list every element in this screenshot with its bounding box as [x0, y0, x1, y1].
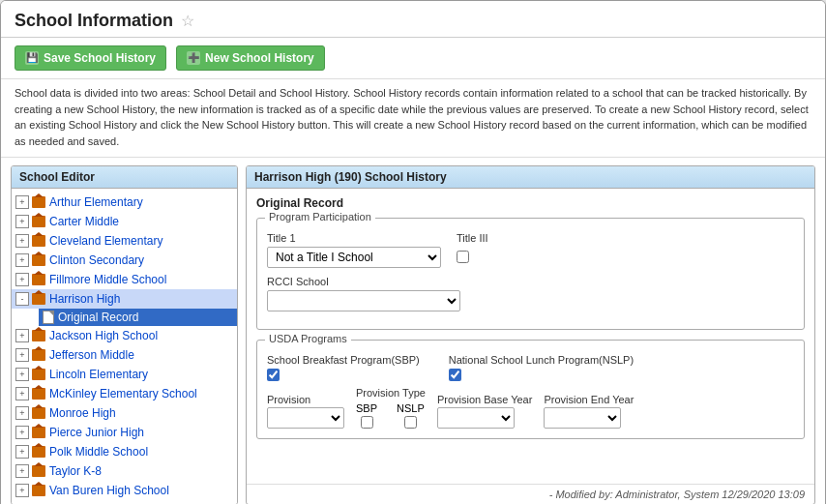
provision-base-year-item: Provision Base Year	[437, 394, 532, 429]
provision-nslp-checkbox[interactable]	[404, 416, 417, 429]
provision-select-item: Provision	[267, 394, 344, 429]
school-building-icon	[31, 347, 46, 363]
save-icon: 💾	[25, 51, 39, 65]
sbp-check-row	[267, 369, 280, 381]
nslp-label: National School Lunch Program(NSLP)	[449, 354, 634, 366]
school-editor-panel: School Editor + Arthur Elementary + Cart…	[11, 165, 238, 504]
tree-item-arthur-elementary[interactable]: + Arthur Elementary	[12, 193, 237, 212]
school-building-icon	[31, 463, 46, 479]
tree-item-harrison-high[interactable]: - Harrison High	[12, 289, 237, 309]
expand-lincoln[interactable]: +	[15, 368, 29, 381]
provision-row: Provision Provision Type SBP	[267, 387, 794, 429]
history-content: Original Record Program Participation Ti…	[247, 189, 814, 484]
save-school-history-button[interactable]: 💾 Save School History	[15, 45, 166, 71]
provision-label: Provision	[267, 394, 344, 405]
tree-item-jefferson-middle[interactable]: + Jefferson Middle	[12, 345, 237, 365]
page-title: School Information	[15, 11, 173, 31]
school-building-icon	[31, 194, 46, 210]
expand-monroe[interactable]: +	[15, 406, 29, 420]
title-row: Title 1 Not a Title I School Title I Sch…	[267, 232, 794, 268]
expand-van-buren[interactable]: +	[15, 484, 29, 497]
usda-programs-legend: USDA Programs	[265, 333, 351, 344]
usda-programs-section: USDA Programs School Breakfast Program(S…	[256, 340, 805, 439]
expand-polk[interactable]: +	[15, 445, 29, 459]
new-button-label: New School History	[205, 51, 314, 65]
title3-checkbox[interactable]	[457, 251, 469, 263]
tree-item-pierce-junior-high[interactable]: + Pierce Junior High	[12, 423, 237, 442]
school-history-panel: Harrison High (190) School History Origi…	[246, 165, 815, 504]
school-building-icon	[31, 233, 46, 249]
school-tree-list: + Arthur Elementary + Carter Middle + Cl…	[12, 189, 237, 504]
tree-item-fillmore-middle[interactable]: + Fillmore Middle School	[12, 270, 237, 289]
school-building-icon	[31, 483, 46, 498]
expand-jackson[interactable]: +	[15, 329, 29, 342]
modified-by-bar: - Modified by: Administrator, System 12/…	[247, 484, 814, 504]
usda-programs-content: School Breakfast Program(SBP) National S…	[257, 341, 804, 438]
expand-pierce[interactable]: +	[15, 426, 29, 439]
rcci-select[interactable]	[267, 290, 460, 311]
favorite-star-icon[interactable]: ☆	[181, 12, 194, 30]
new-icon: ➕	[187, 51, 200, 65]
provision-select[interactable]	[267, 407, 344, 429]
school-editor-header: School Editor	[12, 166, 237, 189]
school-building-icon	[31, 214, 46, 229]
provision-type-checks: SBP NSLP	[356, 402, 426, 429]
nslp-check-row	[449, 369, 461, 381]
nslp-checkbox[interactable]	[449, 369, 461, 381]
tree-item-clinton-secondary[interactable]: + Clinton Secondary	[12, 251, 237, 270]
usda-checkboxes-row: School Breakfast Program(SBP) National S…	[267, 354, 794, 381]
provision-nslp-label: NSLP	[397, 402, 425, 414]
expand-carter[interactable]: +	[15, 215, 29, 228]
tree-item-taylor-k8[interactable]: + Taylor K-8	[12, 461, 237, 481]
tree-item-cleveland-elementary[interactable]: + Cleveland Elementary	[12, 231, 237, 251]
sbp-item: School Breakfast Program(SBP)	[267, 354, 420, 381]
title-bar: School Information ☆	[1, 1, 825, 38]
expand-harrison[interactable]: -	[15, 292, 29, 306]
school-building-icon	[31, 291, 46, 307]
tree-item-lincoln-elementary[interactable]: + Lincoln Elementary	[12, 365, 237, 384]
provision-end-year-select[interactable]	[544, 407, 621, 429]
school-building-icon	[31, 425, 46, 440]
history-panel-header: Harrison High (190) School History	[247, 166, 814, 189]
provision-nslp-item: NSLP	[397, 402, 425, 429]
school-building-icon	[31, 405, 46, 421]
tree-item-monroe-high[interactable]: + Monroe High	[12, 403, 237, 423]
provision-end-year-item: Provision End Year	[544, 394, 634, 429]
rcci-group: RCCI School	[267, 276, 460, 311]
toolbar: 💾 Save School History ➕ New School Histo…	[1, 38, 825, 79]
tree-item-carter-middle[interactable]: + Carter Middle	[12, 212, 237, 231]
program-participation-section: Program Participation Title 1 Not a Titl…	[256, 218, 805, 330]
provision-base-year-select[interactable]	[437, 407, 515, 429]
harrison-children: Original Record	[12, 309, 237, 326]
title3-group: Title III	[457, 232, 488, 266]
tree-item-polk-middle[interactable]: + Polk Middle School	[12, 442, 237, 461]
expand-taylor[interactable]: +	[15, 464, 29, 478]
sbp-checkbox[interactable]	[267, 369, 280, 381]
provision-type-label: Provision Type	[356, 387, 426, 399]
expand-arthur[interactable]: +	[15, 195, 29, 209]
school-building-icon	[31, 444, 46, 460]
provision-end-year-label: Provision End Year	[544, 394, 634, 405]
provision-sbp-checkbox[interactable]	[361, 416, 373, 429]
school-building-icon	[31, 252, 46, 268]
tree-item-jackson-high[interactable]: + Jackson High School	[12, 326, 237, 345]
provision-base-year-label: Provision Base Year	[437, 394, 532, 405]
tree-item-mckinley-elementary[interactable]: + McKinley Elementary School	[12, 384, 237, 403]
tree-item-original-record[interactable]: Original Record	[39, 309, 237, 326]
title1-select[interactable]: Not a Title I School Title I School	[267, 247, 441, 268]
school-building-icon	[31, 386, 46, 401]
expand-fillmore[interactable]: +	[15, 273, 29, 286]
content-area: School Editor + Arthur Elementary + Cart…	[1, 158, 825, 504]
expand-cleveland[interactable]: +	[15, 234, 29, 248]
school-building-icon	[31, 367, 46, 382]
expand-jefferson[interactable]: +	[15, 348, 29, 362]
new-school-history-button[interactable]: ➕ New School History	[176, 45, 325, 71]
description-text: School data is divided into two areas: S…	[1, 79, 825, 158]
expand-clinton[interactable]: +	[15, 253, 29, 267]
expand-mckinley[interactable]: +	[15, 387, 29, 400]
provision-sbp-item: SBP	[356, 402, 377, 429]
record-title: Original Record	[256, 196, 805, 210]
tree-item-van-buren-high[interactable]: + Van Buren High School	[12, 481, 237, 500]
save-button-label: Save School History	[44, 51, 156, 65]
school-building-icon	[31, 328, 46, 343]
